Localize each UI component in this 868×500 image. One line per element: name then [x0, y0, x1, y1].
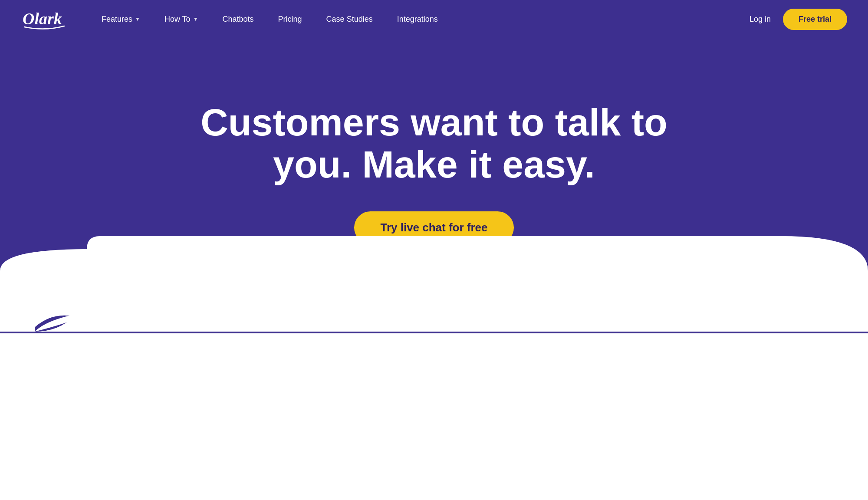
- nav-case-studies[interactable]: Case Studies: [314, 15, 385, 24]
- brand-logo[interactable]: Olark: [21, 6, 69, 32]
- speech-bubble-decoration: [0, 236, 868, 333]
- hero-section: Customers want to talk to you. Make it e…: [0, 38, 868, 333]
- nav-howto[interactable]: How To ▼: [152, 15, 210, 24]
- nav-features[interactable]: Features ▼: [89, 15, 152, 24]
- nav-pricing[interactable]: Pricing: [266, 15, 314, 24]
- svg-text:Olark: Olark: [23, 10, 62, 28]
- howto-chevron-icon: ▼: [193, 16, 198, 22]
- nav-links: Features ▼ How To ▼ Chatbots Pricing Cas…: [89, 9, 847, 30]
- main-nav: Olark Features ▼ How To ▼ Chatbots Prici…: [0, 0, 868, 38]
- hero-title: Customers want to talk to you. Make it e…: [195, 102, 673, 186]
- features-chevron-icon: ▼: [135, 16, 140, 22]
- olark-logo-svg: Olark: [21, 6, 69, 30]
- nav-integrations[interactable]: Integrations: [385, 15, 450, 24]
- below-hero-section: [0, 333, 868, 411]
- nav-chatbots[interactable]: Chatbots: [210, 15, 266, 24]
- nav-free-trial-button[interactable]: Free trial: [783, 9, 847, 30]
- nav-login-link[interactable]: Log in: [741, 15, 779, 24]
- nav-right-actions: Log in Free trial: [741, 9, 847, 30]
